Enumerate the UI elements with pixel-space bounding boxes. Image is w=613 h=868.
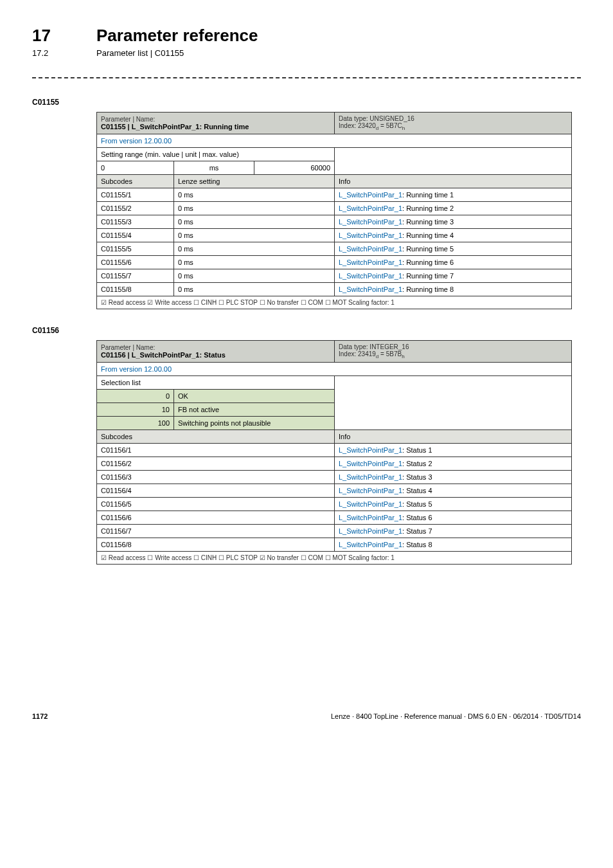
parameter-table-c01156: Parameter | Name: C01156 | L_SwitchPoint…: [96, 340, 572, 565]
info-header: Info: [335, 175, 572, 188]
index-b: = 5B7C: [378, 122, 402, 129]
table-row: C01155/7 0 ms L_SwitchPointPar_1: Runnin…: [97, 269, 572, 283]
code-heading: C01155: [32, 98, 581, 107]
subcode: C01156/8: [97, 538, 335, 552]
subcodes-header: Subcodes: [97, 430, 335, 444]
section-number: 17.2: [32, 48, 96, 58]
fb-link[interactable]: L_SwitchPointPar_1: [339, 541, 402, 548]
value: 0 ms: [174, 215, 335, 229]
subcode: C01156/6: [97, 511, 335, 525]
fb-link[interactable]: L_SwitchPointPar_1: [339, 460, 402, 467]
page-header: 17 Parameter reference 17.2 Parameter li…: [32, 26, 581, 58]
subcode: C01156/7: [97, 525, 335, 538]
fb-link[interactable]: L_SwitchPointPar_1: [339, 446, 402, 454]
value: 0 ms: [174, 229, 335, 242]
fb-link[interactable]: L_SwitchPointPar_1: [339, 272, 402, 280]
fb-link[interactable]: L_SwitchPointPar_1: [339, 473, 402, 481]
page-footer: 1172 Lenze · 8400 TopLine · Reference ma…: [0, 712, 613, 739]
table-row: C01155/2 0 ms L_SwitchPointPar_1: Runnin…: [97, 202, 572, 215]
param-name-label: Parameter | Name:: [101, 116, 155, 123]
subcodes-header: Subcodes: [97, 175, 174, 188]
subcode: C01156/5: [97, 498, 335, 511]
subcode: C01155/3: [97, 215, 174, 229]
info-text: : Status 5: [402, 500, 432, 508]
value: 0 ms: [174, 256, 335, 269]
index-a: Index: 23420: [339, 122, 376, 129]
selection-text: Switching points not plausible: [174, 417, 335, 430]
value: 0 ms: [174, 242, 335, 256]
value: 0 ms: [174, 188, 335, 202]
selection-num: 100: [97, 417, 174, 430]
fb-link[interactable]: L_SwitchPointPar_1: [339, 285, 402, 293]
fb-link[interactable]: L_SwitchPointPar_1: [339, 245, 402, 253]
info-text: : Status 3: [402, 473, 432, 481]
subcode: C01156/1: [97, 444, 335, 457]
chapter-title: Parameter reference: [96, 26, 258, 46]
selection-num: 0: [97, 390, 174, 403]
unit-value: ms: [174, 161, 254, 175]
parameter-table-c01155: Parameter | Name: C01155 | L_SwitchPoint…: [96, 112, 572, 309]
info-text: : Running time 3: [402, 218, 454, 226]
param-name-value: C01156 | L_SwitchPointPar_1: Status: [101, 351, 226, 359]
table-row: C01156/4 L_SwitchPointPar_1: Status 4: [97, 484, 572, 498]
subcode: C01155/8: [97, 283, 174, 296]
table-row: C01155/3 0 ms L_SwitchPointPar_1: Runnin…: [97, 215, 572, 229]
subcode: C01155/2: [97, 202, 174, 215]
table-row: C01156/6 L_SwitchPointPar_1: Status 6: [97, 511, 572, 525]
fb-link[interactable]: L_SwitchPointPar_1: [339, 527, 402, 535]
subcode: C01156/3: [97, 471, 335, 484]
version-link[interactable]: From version 12.00.00: [97, 363, 572, 376]
page-number: 1172: [32, 712, 48, 720]
footer-text: Lenze · 8400 TopLine · Reference manual …: [331, 712, 581, 720]
access-row: ☑ Read access ☐ Write access ☐ CINH ☐ PL…: [97, 552, 572, 565]
table-row: C01156/5 L_SwitchPointPar_1: Status 5: [97, 498, 572, 511]
access-row: ☑ Read access ☑ Write access ☐ CINH ☐ PL…: [97, 296, 572, 309]
subcode: C01155/7: [97, 269, 174, 283]
selection-text: FB not active: [174, 403, 335, 417]
selection-list-header: Selection list: [97, 376, 335, 390]
fb-link[interactable]: L_SwitchPointPar_1: [339, 204, 402, 212]
table-row: C01156/8 L_SwitchPointPar_1: Status 8: [97, 538, 572, 552]
value: 0 ms: [174, 269, 335, 283]
version-link[interactable]: From version 12.00.00: [97, 134, 572, 148]
info-header: Info: [335, 430, 572, 444]
info-text: : Running time 7: [402, 272, 454, 280]
fb-link[interactable]: L_SwitchPointPar_1: [339, 500, 402, 508]
fb-link[interactable]: L_SwitchPointPar_1: [339, 231, 402, 239]
chapter-number: 17: [32, 26, 96, 46]
info-text: : Status 1: [402, 446, 432, 454]
info-text: : Status 7: [402, 527, 432, 535]
selection-text: OK: [174, 390, 335, 403]
table-row: C01155/6 0 ms L_SwitchPointPar_1: Runnin…: [97, 256, 572, 269]
table-row: C01156/7 L_SwitchPointPar_1: Status 7: [97, 525, 572, 538]
info-text: : Running time 8: [402, 285, 454, 293]
code-heading: C01156: [32, 326, 581, 335]
subcode: C01155/5: [97, 242, 174, 256]
data-type: Data type: INTEGER_16: [339, 343, 409, 350]
table-row: C01155/1 0 ms L_SwitchPointPar_1: Runnin…: [97, 188, 572, 202]
info-text: : Running time 5: [402, 245, 454, 253]
info-text: : Running time 1: [402, 191, 454, 199]
fb-link[interactable]: L_SwitchPointPar_1: [339, 258, 402, 266]
fb-link[interactable]: L_SwitchPointPar_1: [339, 191, 402, 199]
fb-link[interactable]: L_SwitchPointPar_1: [339, 487, 402, 494]
param-name-value: C01155 | L_SwitchPointPar_1: Running tim…: [101, 123, 249, 131]
fb-link[interactable]: L_SwitchPointPar_1: [339, 218, 402, 226]
index-b: = 5B7B: [378, 350, 402, 357]
info-text: : Status 4: [402, 487, 432, 494]
info-text: : Status 6: [402, 514, 432, 521]
table-row: C01156/3 L_SwitchPointPar_1: Status 3: [97, 471, 572, 484]
subcode: C01156/2: [97, 457, 335, 471]
index-a: Index: 23419: [339, 350, 376, 357]
fb-link[interactable]: L_SwitchPointPar_1: [339, 514, 402, 521]
selection-num: 10: [97, 403, 174, 417]
divider: [32, 77, 581, 78]
table-row: C01156/2 L_SwitchPointPar_1: Status 2: [97, 457, 572, 471]
info-text: : Status 8: [402, 541, 432, 548]
subcode: C01155/1: [97, 188, 174, 202]
table-row: C01155/4 0 ms L_SwitchPointPar_1: Runnin…: [97, 229, 572, 242]
subcode: C01155/4: [97, 229, 174, 242]
param-name-label: Parameter | Name:: [101, 344, 155, 351]
info-text: : Running time 2: [402, 204, 454, 212]
value: 0 ms: [174, 283, 335, 296]
